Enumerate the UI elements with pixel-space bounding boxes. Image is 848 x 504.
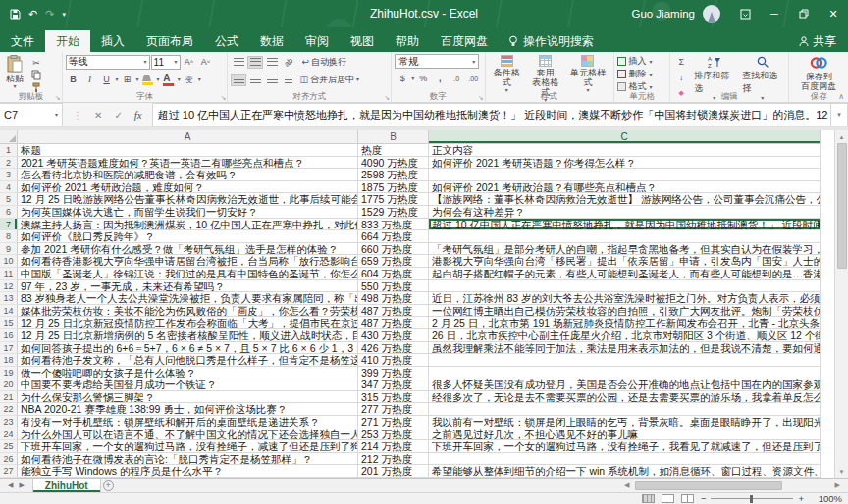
cell-C13[interactable]: 近日，江苏徐州 83 岁的刘大爷去公共浴室洗澡时被拒之门外。对方负责人表示，必须… [429, 292, 821, 305]
decrease-indent-icon[interactable] [281, 74, 296, 86]
cell-C15[interactable]: 2 月 25 日，北京市第 191 场新冠肺炎疫情防控工作新闻发布会召开，北青 … [429, 317, 821, 329]
cut-button[interactable]: ✂ [28, 56, 44, 69]
clipboard-dialog-launcher-icon[interactable]: ↘ [55, 94, 61, 101]
tell-me-search[interactable]: 操作说明搜索 [499, 30, 604, 52]
cell-B25[interactable]: 214 万热度 [358, 440, 429, 453]
align-right-icon[interactable] [264, 74, 280, 86]
align-middle-icon[interactable] [247, 56, 263, 69]
alignment-dialog-launcher-icon[interactable]: ↘ [384, 94, 390, 101]
cell-C16[interactable]: 26 日，北京市疾控中心副主任庞星火介绍，北京市对朝阳区 3 个街道、顺义区 1… [429, 329, 821, 342]
percent-style-icon[interactable]: % [415, 73, 431, 85]
page-layout-view-button[interactable] [662, 494, 674, 503]
cell-C26[interactable] [429, 453, 821, 466]
cell-B14[interactable]: 487 万热度 [358, 305, 429, 318]
enter-icon[interactable]: ✓ [114, 110, 122, 121]
cell-C11[interactable]: 起白胡子搭配红帽子的元素，有些人可能想到圣诞老人，而有些人可能想到的是…香港演员… [429, 268, 821, 280]
row-header-26[interactable]: 26 [0, 453, 18, 466]
column-header-b[interactable]: B [358, 130, 429, 144]
cell-A9[interactable]: 参加 2021 考研你有什么感受？做「考研气氛组」选手是怎样的体验？ [18, 243, 358, 256]
cell-B20[interactable]: 347 万热度 [358, 378, 429, 391]
cell-C21[interactable]: 经很多次了，无论是去不需要买票的公园，还是去需要买票的游乐场，我拿着单反怎么拍都… [429, 391, 821, 404]
cell-A24[interactable]: 为什么外国人可以在语言不通、不了解中国文化的情况下还会选择独自一人来中 [18, 428, 358, 441]
cell-B16[interactable]: 430 万热度 [358, 329, 429, 342]
fill-icon[interactable]: ↓ [673, 71, 689, 83]
collapse-ribbon-icon[interactable]: ∧ [838, 92, 844, 101]
comma-style-icon[interactable]: , [432, 73, 448, 85]
tab-formulas[interactable]: 公式 [204, 30, 249, 52]
number-format-select[interactable]: 常规▾ [395, 54, 479, 69]
cell-C7[interactable]: 超过 10 亿中国人正在严寒中愤怒地挣扎，就是因为中国幼稚地抵制澳货！」 近段时… [429, 219, 821, 231]
cell-C5[interactable]: 【游族网络：董事长林奇因病救治无效逝世】 游族网络公告，公司董事会沉痛公告，公司… [429, 193, 821, 206]
zoom-in-icon[interactable]: + [798, 493, 804, 504]
phonetic-guide-button[interactable]: 变 [182, 74, 197, 86]
cell-A16[interactable]: 12 月 25 日北京新增病例的 5 名密接者核酸呈阳性，顺义进入战时状态，目前… [18, 329, 358, 342]
zoom-slider-thumb[interactable] [750, 495, 753, 503]
tab-baidu-netdisk[interactable]: 百度网盘 [430, 30, 499, 52]
undo-icon[interactable]: ↶ [28, 9, 37, 20]
cell-B4[interactable]: 1875 万热度 [358, 181, 429, 194]
row-header-18[interactable]: 18 [0, 354, 18, 367]
tab-data[interactable]: 数据 [249, 30, 294, 52]
cell-B3[interactable]: 2598 万热度 [358, 169, 429, 181]
tab-review[interactable]: 审阅 [294, 30, 340, 52]
zoom-slider[interactable]: − + [701, 493, 804, 504]
number-dialog-launcher-icon[interactable]: ↘ [478, 94, 484, 101]
row-header-22[interactable]: 22 [0, 403, 18, 416]
cell-C24[interactable]: 之前遇见过好几次，不担心遇见不好的事儿嘛 [429, 428, 821, 441]
row-header-9[interactable]: 9 [0, 243, 18, 256]
cell-B27[interactable]: 201 万热度 [358, 465, 429, 478]
cell-C25[interactable]: 下班开车回家，一个女的遛狗过马路，没有拴绳子，我看见了就减速了，但还是压到了狗，… [429, 440, 821, 453]
cell-C4[interactable]: 如何评价 2021 考研政治题？有哪些亮点和槽点？ [429, 181, 821, 194]
cell-C2[interactable]: 如何评价 2021 考研英语题？你考得怎么样？ [429, 157, 821, 170]
save-icon[interactable] [10, 9, 21, 20]
cell-C23[interactable]: 我以前有一对壁纸：锁屏是闭上眼睛的乞丐，背景灰暗。桌面是眼睛睁开了，出现阳光 [429, 416, 821, 428]
cell-C18[interactable] [429, 354, 821, 367]
cell-A1[interactable]: 标题 [18, 144, 358, 157]
align-center-icon[interactable] [247, 74, 263, 86]
row-header-21[interactable]: 21 [0, 391, 18, 404]
insert-function-icon[interactable]: fx [134, 109, 142, 121]
row-header-12[interactable]: 12 [0, 280, 18, 293]
cell-A18[interactable]: 如何看待池子发文称，「总有人问他脱口秀是什么样子，但肯定不是杨笠这个样 [18, 354, 358, 367]
zoom-out-icon[interactable]: − [701, 493, 707, 504]
merge-center-button[interactable]: ◫ 合并后居中 ▾ [299, 74, 359, 86]
cell-B23[interactable]: 271 万热度 [358, 416, 429, 428]
align-top-icon[interactable] [231, 56, 246, 69]
cell-B9[interactable]: 660 万热度 [358, 243, 429, 256]
row-header-4[interactable]: 4 [0, 181, 18, 194]
new-sheet-button[interactable]: + [101, 479, 116, 492]
bold-button[interactable]: B [66, 74, 81, 86]
column-header-a[interactable]: A [18, 130, 358, 144]
row-header-24[interactable]: 24 [0, 428, 18, 441]
increase-font-icon[interactable]: A˄ [182, 56, 197, 69]
cell-C10[interactable]: 港影视大亨向华强向台湾「移民署」提出「依亲居留」申请，引发岛内「国安」人士的关注… [429, 255, 821, 268]
cell-A25[interactable]: 下班开车回家，一个女的遛狗过马路，没有拴绳子，减速了但还是压到了狗，我 [18, 440, 358, 453]
tab-home[interactable]: 开始 [45, 30, 90, 52]
cell-A6[interactable]: 为何英国媒体说大逃亡，而留学生说我们一切安好？ [18, 206, 358, 219]
row-header-3[interactable]: 3 [0, 169, 18, 181]
zoom-level[interactable]: 100% [811, 493, 842, 504]
row-header-7[interactable]: 7 [0, 219, 18, 231]
minimize-button[interactable]: ─ [760, 0, 789, 27]
name-box[interactable]: C7▾ [0, 103, 63, 126]
tab-file[interactable]: 文件 [0, 30, 45, 52]
qat-customize-icon[interactable]: ▾ [62, 11, 66, 18]
cell-B11[interactable]: 604 万热度 [358, 268, 429, 280]
cell-A15[interactable]: 12 月 25 日北京新冠疫情防控工作发布会称面临「大考」，提倡市民在京过年，减 [18, 317, 358, 329]
cell-B2[interactable]: 4090 万热度 [358, 157, 429, 170]
cell-A10[interactable]: 如何看待香港影视大亨向华强申请居留台湾被拒，台当局称「放行恐影响台湾安 [18, 255, 358, 268]
cell-C1[interactable]: 正文内容 [429, 144, 821, 157]
cell-B1[interactable]: 热度 [358, 144, 429, 157]
cell-C17[interactable]: 虽然我理解乘法不能等同于加法，乘法是用来表示加法的，但是我说不清楚，要如何通俗易… [429, 342, 821, 355]
cell-B7[interactable]: 833 万热度 [358, 219, 429, 231]
cell-B19[interactable]: 399 万热度 [358, 367, 429, 379]
decrease-font-icon[interactable]: A˅ [198, 56, 214, 69]
orientation-icon[interactable]: ab [279, 52, 299, 72]
save-to-baidu-button[interactable]: 保存到 百度网盘 [798, 54, 839, 92]
avatar[interactable] [703, 5, 720, 23]
row-header-15[interactable]: 15 [0, 317, 18, 329]
cell-A11[interactable]: 中国版「圣诞老人」徐锦江说：我们过的是具有中国特色的圣诞节，你怎么看？ [18, 268, 358, 280]
increase-decimal-icon[interactable]: .0 [449, 73, 464, 85]
italic-button[interactable]: I [82, 74, 98, 86]
ribbon-display-options-icon[interactable] [730, 0, 760, 27]
